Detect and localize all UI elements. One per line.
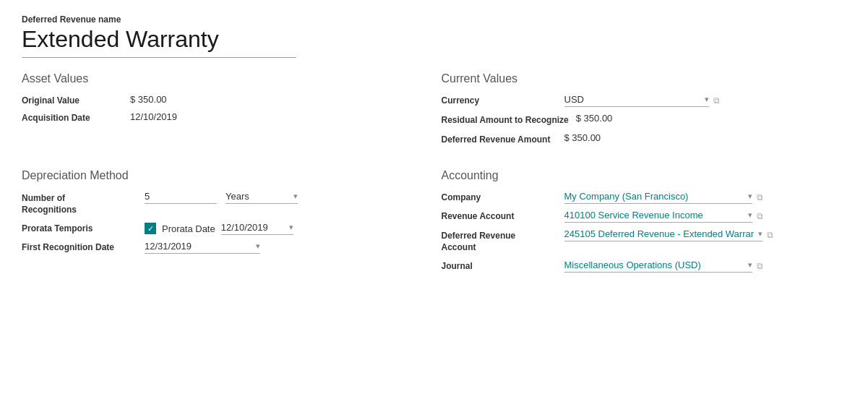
journal-label: Journal — [442, 260, 557, 271]
accounting-title: Accounting — [442, 169, 847, 182]
revenue-account-external-link-icon[interactable]: ⧉ — [757, 211, 763, 221]
asset-values-section: Asset Values Original Value $ 350.00 Acq… — [22, 72, 427, 152]
deferred-revenue-account-select[interactable]: 245105 Deferred Revenue - Extended Warra… — [564, 228, 763, 241]
residual-amount-row: Residual Amount to Recognize $ 350.00 — [442, 113, 847, 127]
number-of-recognitions-input[interactable]: 5 — [145, 191, 217, 204]
currency-dropdown-arrow: ▾ — [705, 95, 709, 104]
company-value: My Company (San Francisco) — [564, 191, 744, 202]
acquisition-date-label: Acquisition Date — [22, 111, 123, 123]
currency-label: Currency — [442, 94, 557, 106]
currency-row: Currency USD ▾ ⧉ — [442, 94, 847, 107]
prorata-temporis-row: Prorata Temporis ✓ Prorata Date 12/10/20… — [22, 222, 427, 235]
revenue-account-row: Revenue Account 410100 Service Revenue I… — [442, 210, 847, 223]
deferred-revenue-amount-value: $ 350.00 — [564, 132, 601, 143]
original-value: $ 350.00 — [130, 94, 167, 105]
current-values-title: Current Values — [442, 72, 847, 85]
company-row: Company My Company (San Francisco) ▾ ⧉ — [442, 191, 847, 204]
currency-value: USD — [564, 94, 700, 105]
deferred-revenue-account-value: 245105 Deferred Revenue - Extended Warra… — [564, 228, 755, 239]
asset-values-title: Asset Values — [22, 72, 427, 85]
original-value-row: Original Value $ 350.00 — [22, 94, 427, 106]
title-divider — [22, 57, 296, 58]
years-select[interactable]: Years ▾ — [225, 191, 298, 204]
depreciation-method-section: Depreciation Method Number ofRecognition… — [22, 169, 427, 279]
prorata-date-dropdown-arrow: ▾ — [289, 223, 293, 232]
deferred-revenue-account-external-link-icon[interactable]: ⧉ — [767, 230, 773, 240]
first-recognition-date-row: First Recognition Date 12/31/2019 ▾ — [22, 241, 427, 254]
deferred-revenue-account-row: Deferred RevenueAccount 245105 Deferred … — [442, 228, 847, 254]
revenue-account-value: 410100 Service Revenue Income — [564, 210, 744, 220]
current-values-section: Current Values Currency USD ▾ ⧉ Residual… — [442, 72, 847, 152]
first-recognition-date-value: 12/31/2019 — [145, 241, 253, 252]
deferred-revenue-amount-row: Deferred Revenue Amount $ 350.00 — [442, 132, 847, 146]
depreciation-method-title: Depreciation Method — [22, 169, 427, 182]
company-dropdown-arrow: ▾ — [748, 192, 752, 201]
journal-select[interactable]: Miscellaneous Operations (USD) ▾ — [564, 260, 752, 273]
journal-row: Journal Miscellaneous Operations (USD) ▾… — [442, 260, 847, 273]
acquisition-date-row: Acquisition Date 12/10/2019 — [22, 111, 427, 123]
journal-value: Miscellaneous Operations (USD) — [564, 260, 744, 270]
acquisition-date: 12/10/2019 — [130, 111, 177, 122]
first-recognition-date-select[interactable]: 12/31/2019 ▾ — [145, 241, 260, 254]
revenue-account-select[interactable]: 410100 Service Revenue Income ▾ — [564, 210, 752, 223]
prorata-date-value: 12/10/2019 — [221, 222, 286, 233]
prorata-date-label: Prorata Date — [162, 223, 215, 234]
journal-dropdown-arrow: ▾ — [748, 260, 752, 270]
company-external-link-icon[interactable]: ⧉ — [757, 192, 763, 202]
company-label: Company — [442, 191, 557, 202]
checkmark-icon: ✓ — [147, 225, 154, 233]
prorata-temporis-label: Prorata Temporis — [22, 222, 137, 234]
first-recognition-date-dropdown-arrow: ▾ — [256, 241, 260, 251]
revenue-account-dropdown-arrow: ▾ — [748, 210, 752, 220]
original-value-label: Original Value — [22, 94, 123, 106]
deferred-revenue-amount-label: Deferred Revenue Amount — [442, 132, 557, 146]
currency-select[interactable]: USD ▾ — [564, 94, 709, 107]
deferred-revenue-account-label: Deferred RevenueAccount — [442, 228, 557, 254]
years-value: Years — [225, 191, 291, 202]
residual-amount-label: Residual Amount to Recognize — [442, 113, 569, 127]
accounting-section: Accounting Company My Company (San Franc… — [442, 169, 847, 279]
page-label: Deferred Revenue name — [22, 14, 846, 25]
number-of-recognitions-row: Number ofRecognitions 5 Years ▾ — [22, 191, 427, 217]
page-title: Extended Warranty — [22, 26, 846, 53]
deferred-revenue-account-dropdown-arrow: ▾ — [758, 229, 762, 239]
number-of-recognitions-label: Number ofRecognitions — [22, 191, 137, 217]
prorata-checkbox[interactable]: ✓ — [145, 223, 156, 234]
prorata-date-select[interactable]: 12/10/2019 ▾ — [221, 222, 293, 235]
currency-external-link-icon[interactable]: ⧉ — [713, 95, 720, 106]
years-dropdown-arrow: ▾ — [293, 192, 298, 201]
first-recognition-date-label: First Recognition Date — [22, 241, 137, 252]
company-select[interactable]: My Company (San Francisco) ▾ — [564, 191, 752, 204]
residual-amount-value: $ 350.00 — [576, 113, 613, 124]
journal-external-link-icon[interactable]: ⧉ — [757, 261, 763, 271]
revenue-account-label: Revenue Account — [442, 210, 557, 221]
